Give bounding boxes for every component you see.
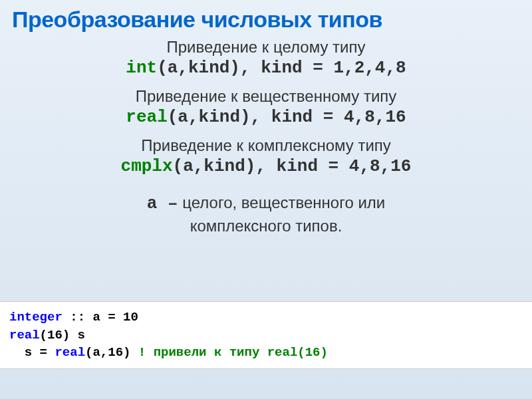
cmplx-keyword: cmplx xyxy=(121,156,173,176)
desc-var-a: a – xyxy=(147,194,178,213)
code-example: integer :: a = 10 real(16) s s = real(a,… xyxy=(0,301,532,369)
section-real-code: real(a,kind), kind = 4,8,16 xyxy=(20,107,512,127)
code-line3-indent: s = xyxy=(9,345,55,360)
int-kind: kind = 1,2,4,8 xyxy=(261,58,406,78)
section-int: Приведение к целому типу int(a,kind), ki… xyxy=(20,38,512,78)
int-spacer xyxy=(251,58,261,78)
code-real-keyword: real xyxy=(9,328,40,342)
cmplx-kind: kind = 4,8,16 xyxy=(277,156,412,176)
content-area: Приведение к целому типу int(a,kind), ki… xyxy=(0,33,532,237)
slide-title: Преобразование числовых типов xyxy=(0,0,532,33)
code-line2-rest: (16) s xyxy=(40,328,85,342)
section-cmplx-label: Приведение к комплексному типу xyxy=(20,136,512,155)
int-args: (a,kind), xyxy=(157,58,250,78)
cmplx-args: (a,kind), xyxy=(173,156,277,176)
real-kind: kind = 4,8,16 xyxy=(271,107,406,127)
description: a – целого, вещественного или комплексно… xyxy=(20,192,512,237)
int-keyword: int xyxy=(126,58,157,78)
desc-text-line1: целого, вещественного или xyxy=(178,194,386,211)
section-int-code: int(a,kind), kind = 1,2,4,8 xyxy=(20,58,512,78)
code-line-2: real(16) s xyxy=(9,327,523,344)
real-args: (a,kind), xyxy=(168,107,271,127)
section-cmplx: Приведение к комплексному типу cmplx(a,k… xyxy=(20,136,512,176)
code-line1-rest: :: a = 10 xyxy=(63,310,138,325)
section-real: Приведение к вещественному типу real(a,k… xyxy=(20,87,512,127)
section-real-label: Приведение к вещественному типу xyxy=(20,87,512,106)
code-line-1: integer :: a = 10 xyxy=(9,309,523,327)
section-cmplx-code: cmplx(a,kind), kind = 4,8,16 xyxy=(20,156,512,176)
code-integer-keyword: integer xyxy=(9,310,63,325)
desc-text-line2: комплексного типов. xyxy=(190,217,342,235)
section-int-label: Приведение к целому типу xyxy=(20,38,512,57)
real-keyword: real xyxy=(126,107,167,127)
code-line3-args: (a,16) xyxy=(85,345,138,360)
code-line-3: s = real(a,16) ! привели к типу real(16) xyxy=(9,344,523,362)
code-comment: ! привели к типу real(16) xyxy=(138,345,328,360)
code-real-func: real xyxy=(55,345,85,360)
